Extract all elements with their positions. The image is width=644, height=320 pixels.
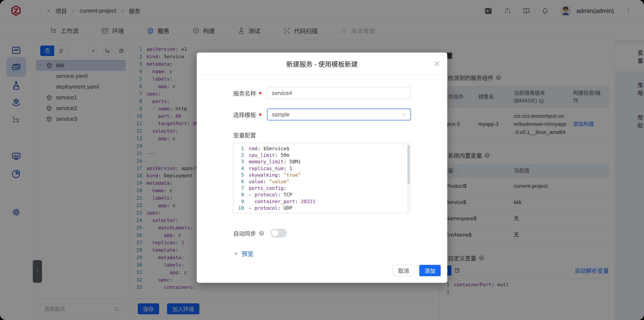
code-line: 3memory_limit: 50Mi	[234, 158, 410, 165]
service-name-label: 服务名称	[233, 89, 256, 97]
auto-sync-row: 自动同步	[233, 229, 411, 237]
dialog-header: 新建服务 - 使用模板新建	[197, 53, 447, 75]
code-line: 9 container_port: 20221	[234, 198, 410, 205]
code-line: 8- protocol: TCP	[234, 192, 410, 198]
create-service-dialog: 新建服务 - 使用模板新建 服务名称 选择模板 sample 变量配置 1cmd…	[197, 53, 447, 283]
close-icon[interactable]	[433, 60, 441, 67]
code-line: 4replicas_num: 1	[234, 165, 410, 172]
code-line: 2cpu_limit: 50m	[234, 152, 410, 158]
cancel-button[interactable]: 取消	[392, 265, 414, 276]
scrollbar[interactable]	[407, 144, 410, 212]
code-line: 10- protocol: UDP	[234, 205, 410, 211]
preview-toggle[interactable]: 预览	[233, 249, 411, 258]
dialog-body: 服务名称 选择模板 sample 变量配置 1cmd: $Service$2cp…	[197, 87, 447, 258]
help-icon[interactable]	[259, 231, 264, 236]
template-label: 选择模板	[233, 110, 256, 119]
auto-sync-toggle[interactable]	[271, 229, 287, 237]
chevron-down-icon	[401, 112, 407, 117]
dialog-title: 新建服务 - 使用模板新建	[286, 59, 358, 69]
code-line: 7ports_config:	[234, 185, 410, 192]
required-dot	[259, 92, 262, 94]
code-line: 1cmd: $Service$	[234, 145, 410, 152]
service-name-row: 服务名称	[233, 87, 411, 99]
code-line: 5skywalking: "true"	[234, 172, 410, 178]
service-name-input[interactable]	[267, 87, 411, 99]
template-row: 选择模板 sample	[233, 109, 411, 120]
code-line: 6value: "value"	[234, 178, 410, 185]
required-dot	[259, 113, 262, 116]
template-select[interactable]: sample	[267, 109, 411, 120]
preview-label: 预览	[242, 249, 253, 258]
auto-sync-label: 自动同步	[233, 229, 256, 237]
chevron-down-icon	[233, 251, 238, 256]
vars-config-label: 变量配置	[233, 131, 411, 139]
dialog-footer: 取消 添加	[392, 265, 441, 276]
add-button[interactable]: 添加	[419, 265, 441, 276]
vars-config-editor[interactable]: 1cmd: $Service$2cpu_limit: 50m3memory_li…	[233, 143, 411, 213]
